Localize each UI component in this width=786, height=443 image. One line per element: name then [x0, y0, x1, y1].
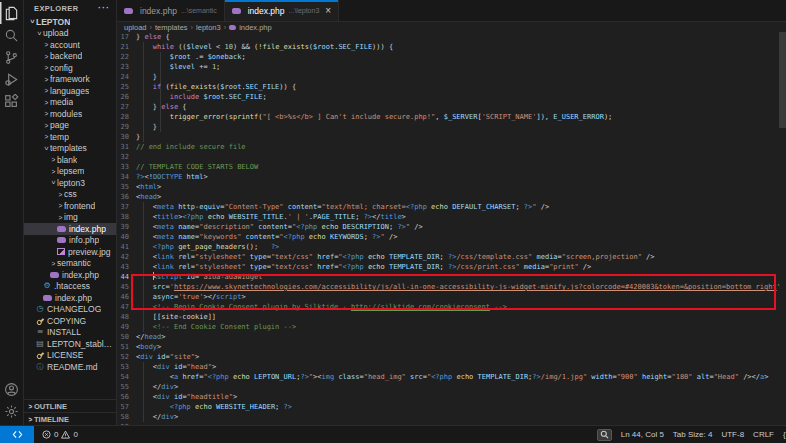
tree-item-info-php[interactable]: info.php [24, 235, 116, 247]
breadcrumb-item[interactable]: templates [155, 23, 188, 32]
tree-item-backend[interactable]: >backend [24, 51, 116, 63]
settings-gear-icon[interactable] [0, 400, 24, 422]
tree-item-copying[interactable]: COPYING [24, 315, 116, 327]
code-line[interactable]: 26 include $root.SEC_FILE; [117, 92, 786, 102]
code-line[interactable]: 58 </div> [117, 412, 786, 422]
code-line[interactable]: 37 <meta http-equiv="Content-Type" conte… [117, 202, 786, 212]
run-debug-icon[interactable] [0, 68, 24, 90]
tree-item-modules[interactable]: >modules [24, 108, 116, 120]
code-line[interactable]: 36<head> [117, 192, 786, 202]
code-line[interactable]: 17} else { [117, 32, 786, 42]
tree-item-temp[interactable]: >temp [24, 131, 116, 143]
tree-item-css[interactable]: >css [24, 189, 116, 201]
cursor-position[interactable]: Ln 44, Col 5 [621, 430, 664, 439]
code-line[interactable]: 53 <div id="head"> [117, 362, 786, 372]
tree-item-templates[interactable]: >templates [24, 143, 116, 155]
tree-item-lepsem[interactable]: >lepsem [24, 166, 116, 178]
code-line[interactable]: 29 } [117, 122, 786, 132]
tree-item-media[interactable]: >media [24, 97, 116, 109]
code-line[interactable]: 25 if (file_exists($root.SEC_FILE)) { [117, 82, 786, 92]
code-line[interactable]: 22 $root .= $oneback; [117, 52, 786, 62]
breadcrumb-item[interactable]: lepton3 [196, 23, 221, 32]
remote-indicator[interactable] [0, 426, 34, 443]
code-token: <?php [343, 253, 364, 261]
code-token: > [174, 383, 178, 391]
tree-item--htaccess[interactable]: ⚙.htaccess [24, 281, 116, 293]
code-line[interactable]: 33// TEMPLATE CODE STARTS BELOW [117, 162, 786, 172]
breadcrumb-item[interactable]: index.php [239, 23, 272, 32]
code-line[interactable]: 39 <meta name="description" content="<?p… [117, 222, 786, 232]
tree-item-index-php[interactable]: index.php [24, 269, 116, 281]
tree-item-readme-md[interactable]: ⓘREADME.md [24, 361, 116, 373]
tree-item-account[interactable]: >account [24, 39, 116, 51]
code-line[interactable]: 31// end include secure file [117, 142, 786, 152]
tree-item-semantic[interactable]: >semantic [24, 258, 116, 270]
code-line[interactable]: 51<body> [117, 342, 786, 352]
extensions-icon[interactable] [0, 90, 24, 112]
tab-size[interactable]: Tab Size: 4 [673, 430, 713, 439]
account-icon[interactable] [0, 378, 24, 400]
tree-item-lepton_stable_7-3-0-[interactable]: ▤LEPTON_stable_7.3.0... [24, 338, 116, 350]
close-icon[interactable]: × [325, 6, 331, 16]
tree-item-languages[interactable]: >languages [24, 85, 116, 97]
code-line[interactable]: 34?><!DOCTYPE html> [117, 172, 786, 182]
tree-item-index-php[interactable]: index.php [24, 292, 116, 304]
code-token: href [182, 373, 199, 381]
code-line[interactable]: 23 $level += 1; [117, 62, 786, 72]
tree-item-upload[interactable]: >upload [24, 28, 116, 40]
code-line[interactable]: 21 while (($level < 10) && (!file_exists… [117, 42, 786, 52]
tree-item-config[interactable]: >config [24, 62, 116, 74]
timeline-section-header[interactable]: > TIMELINE [24, 412, 116, 425]
tree-item-page[interactable]: >page [24, 120, 116, 132]
code-editor[interactable]: 17} else {21 while (($level < 10) && (!f… [117, 32, 786, 425]
tree-item-img[interactable]: >img [24, 212, 116, 224]
outline-section-header[interactable]: > OUTLINE [24, 399, 116, 412]
explorer-icon[interactable] [0, 2, 24, 24]
tree-item-framework[interactable]: >framework [24, 74, 116, 86]
tree-item-blank[interactable]: >blank [24, 154, 116, 166]
encoding[interactable]: UTF-8 [721, 430, 744, 439]
code-line[interactable]: 27 } else { [117, 102, 786, 112]
code-line[interactable]: 43 <link rel="stylesheet" type="text/css… [117, 262, 786, 272]
code-line[interactable]: 50</head> [117, 332, 786, 342]
problems-status[interactable]: 0 0 [42, 430, 78, 439]
tree-item-lepton[interactable]: >LEPTON [24, 16, 116, 28]
code-line[interactable]: 41 <?php get_page_headers(); ?> [117, 242, 786, 252]
tree-item-install[interactable]: ≡INSTALL [24, 327, 116, 339]
code-line[interactable]: 42 <link rel="stylesheet" type="text/css… [117, 252, 786, 262]
chevron-expanded-icon: > [29, 18, 36, 25]
code-line[interactable]: 40 <meta name="keywords" content="<?php … [117, 232, 786, 242]
tree-item-index-php[interactable]: index.php [24, 223, 116, 235]
code-line[interactable]: 57 <?php echo WEBSITE_HEADER; ?> [117, 402, 786, 412]
tree-item-preview-jpg[interactable]: preview.jpg [24, 246, 116, 258]
code-line[interactable]: 28 trigger_error(sprintf("[ <b>%s</b> ] … [117, 112, 786, 122]
code-line[interactable]: 35<html> [117, 182, 786, 192]
tab-index-php[interactable]: index.php...\semantic [117, 0, 225, 21]
code-token: /> [385, 233, 398, 241]
code-token: "180" [671, 373, 692, 381]
code-line[interactable]: 59 [117, 422, 786, 425]
tree-item-lepton3[interactable]: >lepton3 [24, 177, 116, 189]
tree-item-changelog[interactable]: ◷CHANGELOG [24, 304, 116, 316]
breadcrumb-item[interactable]: upload [124, 23, 147, 32]
code-line[interactable]: 49 <!-- End Cookie Consent plugin --> [117, 322, 786, 332]
tree-item-license[interactable]: LICENSE [24, 350, 116, 362]
code-token: ( [161, 83, 169, 91]
code-line[interactable]: 55 </div> [117, 382, 786, 392]
more-actions-icon[interactable]: ··· [98, 3, 110, 13]
code-line[interactable]: 38 <title><?php echo WEBSITE_TITLE.' | '… [117, 212, 786, 222]
code-line[interactable]: 56 <div id="headtitle"> [117, 392, 786, 402]
code-line[interactable]: 24 } [117, 72, 786, 82]
tree-item-frontend[interactable]: >frontend [24, 200, 116, 212]
code-line[interactable]: 32 [117, 152, 786, 162]
source-control-icon[interactable] [0, 46, 24, 68]
code-line[interactable]: 30} [117, 132, 786, 142]
code-line[interactable]: 48 [[site-cookie]] [117, 312, 786, 322]
code-line[interactable]: 54 <a href="<?php echo LEPTON_URL;?>"><i… [117, 372, 786, 382]
code-line[interactable]: 52<div id="site"> [117, 352, 786, 362]
tab-index-php[interactable]: index.php...\lepton3× [225, 0, 339, 21]
search-icon[interactable] [0, 24, 24, 46]
eol-sequence[interactable]: CRLF [753, 430, 774, 439]
zoom-indicator[interactable] [597, 429, 612, 441]
tree-item-label: upload [43, 28, 69, 38]
